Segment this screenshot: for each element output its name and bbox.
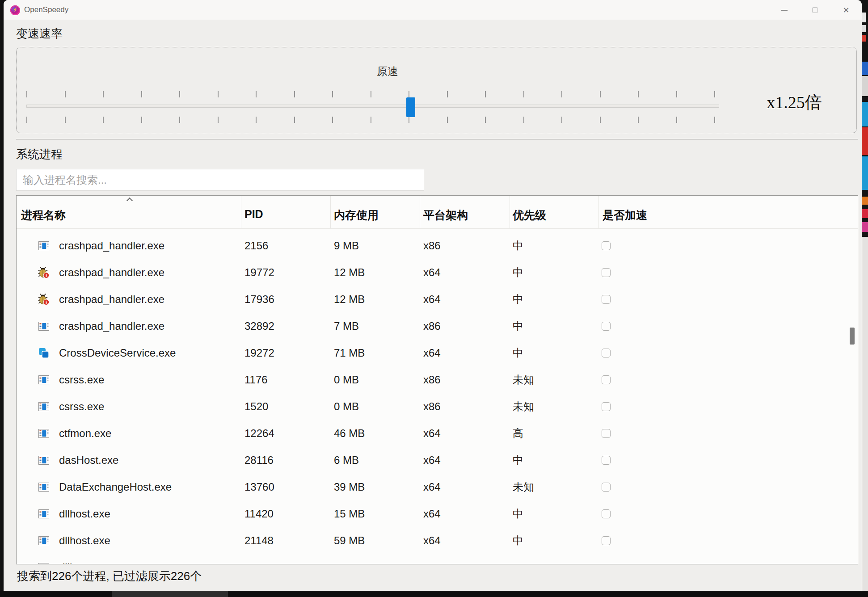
process-memory: 6 MB bbox=[334, 447, 359, 474]
slider-tick bbox=[561, 117, 562, 123]
process-pid: 1520 bbox=[244, 393, 268, 420]
process-memory: 12 MB bbox=[334, 286, 365, 313]
slider-tick bbox=[294, 91, 295, 97]
accelerate-checkbox[interactable] bbox=[602, 375, 611, 384]
section-divider bbox=[16, 139, 858, 139]
process-priority: 中 bbox=[513, 286, 523, 313]
process-name: crashpad_handler.exe bbox=[59, 232, 164, 259]
status-text: 搜索到226个进程, 已过滤展示226个 bbox=[17, 568, 202, 584]
minimize-button[interactable] bbox=[772, 0, 797, 20]
maximize-button[interactable] bbox=[802, 0, 827, 20]
desktop-background-left bbox=[0, 0, 4, 597]
process-arch: x64 bbox=[423, 340, 441, 366]
bug-error-icon bbox=[38, 293, 50, 306]
table-row[interactable]: csrss.exe15200 MBx86未知 bbox=[17, 393, 858, 420]
close-button[interactable]: ✕ bbox=[834, 0, 859, 20]
accelerate-checkbox[interactable] bbox=[602, 509, 611, 518]
column-header-mem[interactable]: 内存使用 bbox=[334, 208, 379, 223]
app-window-icon bbox=[38, 427, 50, 440]
app-window-icon bbox=[38, 534, 50, 547]
search-input[interactable] bbox=[16, 169, 424, 191]
process-table: 进程名称PID内存使用平台架构优先级是否加速 crashpad_handler.… bbox=[16, 195, 858, 564]
process-name: dllhost.exe bbox=[59, 554, 110, 564]
column-header-pid[interactable]: PID bbox=[244, 208, 263, 221]
table-row[interactable]: CrossDeviceService.exe1927271 MBx64中 bbox=[17, 340, 858, 366]
slider-tick bbox=[485, 91, 486, 97]
table-row[interactable]: csrss.exe11760 MBx86未知 bbox=[17, 366, 858, 393]
column-header-name[interactable]: 进程名称 bbox=[21, 208, 66, 223]
accelerate-checkbox[interactable] bbox=[602, 349, 611, 357]
maximize-icon bbox=[812, 7, 818, 13]
column-header-accel[interactable]: 是否加速 bbox=[603, 208, 647, 223]
table-row[interactable]: DataExchangeHost.exe1376039 MBx64未知 bbox=[17, 474, 858, 500]
table-row[interactable]: crashpad_handler.exe328927 MBx86中 bbox=[17, 313, 858, 340]
speed-value-label: x1.25倍 bbox=[727, 91, 861, 114]
process-name: dasHost.exe bbox=[59, 447, 118, 474]
vertical-scrollbar-thumb[interactable] bbox=[850, 328, 855, 345]
process-name: dllhost.exe bbox=[59, 527, 110, 554]
process-priority: 未知 bbox=[513, 393, 534, 420]
process-priority: 中 bbox=[513, 259, 523, 286]
process-pid: 28116 bbox=[244, 447, 274, 474]
process-memory: 59 MB bbox=[334, 527, 365, 554]
accelerate-checkbox[interactable] bbox=[602, 402, 611, 411]
speed-slider-track[interactable] bbox=[26, 105, 719, 108]
process-priority: 高 bbox=[513, 420, 523, 447]
table-row[interactable]: ctfmon.exe1226446 MBx64高 bbox=[17, 420, 858, 447]
slider-tick bbox=[141, 91, 142, 97]
slider-tick bbox=[103, 91, 104, 97]
scroll-up-icon bbox=[126, 198, 133, 204]
slider-tick bbox=[218, 91, 219, 97]
process-priority: 中 bbox=[513, 313, 523, 340]
column-separator bbox=[330, 196, 331, 228]
slider-tick bbox=[179, 91, 180, 97]
process-name: dllhost.exe bbox=[59, 500, 110, 527]
table-rows: crashpad_handler.exe21569 MBx86中 crashpa… bbox=[17, 228, 858, 564]
accelerate-checkbox[interactable] bbox=[602, 241, 611, 250]
accelerate-checkbox[interactable] bbox=[602, 295, 611, 304]
process-memory: 0 MB bbox=[334, 366, 359, 393]
accelerate-checkbox[interactable] bbox=[602, 322, 611, 331]
slider-ticks-top bbox=[26, 91, 724, 97]
slider-tick bbox=[676, 117, 677, 123]
table-row[interactable]: dllhost.exe1142015 MBx64中 bbox=[17, 500, 858, 527]
background-window-sliver bbox=[862, 0, 868, 597]
column-header-arch[interactable]: 平台架构 bbox=[423, 208, 468, 223]
table-row[interactable]: dllhost.exe2114859 MBx64中 bbox=[17, 527, 858, 554]
speed-slider-handle[interactable] bbox=[406, 97, 415, 117]
accelerate-checkbox[interactable] bbox=[602, 536, 611, 545]
accelerate-checkbox[interactable] bbox=[602, 456, 611, 465]
table-row[interactable]: dasHost.exe281166 MBx64中 bbox=[17, 447, 858, 474]
table-row[interactable]: crashpad_handler.exe1977212 MBx64中 bbox=[17, 259, 858, 286]
table-row[interactable]: dllhost.exe bbox=[17, 554, 858, 564]
process-memory: 0 MB bbox=[334, 393, 359, 420]
process-name: DataExchangeHost.exe bbox=[59, 474, 172, 500]
process-arch: x64 bbox=[423, 259, 441, 286]
accelerate-checkbox[interactable] bbox=[602, 483, 611, 492]
accelerate-checkbox[interactable] bbox=[602, 429, 611, 438]
slider-ticks-bottom bbox=[26, 117, 724, 123]
app-window-icon bbox=[38, 508, 50, 520]
table-row[interactable]: crashpad_handler.exe1793612 MBx64中 bbox=[17, 286, 858, 313]
process-priority: 中 bbox=[513, 232, 523, 259]
process-memory: 12 MB bbox=[334, 259, 365, 286]
cross-device-icon bbox=[38, 347, 50, 359]
process-priority: 中 bbox=[513, 340, 523, 366]
table-row[interactable]: crashpad_handler.exe21569 MBx86中 bbox=[17, 232, 858, 259]
process-memory: 71 MB bbox=[334, 340, 365, 366]
process-arch: x86 bbox=[423, 366, 441, 393]
process-pid: 32892 bbox=[244, 313, 274, 340]
process-arch: x64 bbox=[423, 447, 441, 474]
process-name: csrss.exe bbox=[59, 393, 104, 420]
slider-tick bbox=[332, 117, 333, 123]
app-logo-icon: ⚡ bbox=[10, 5, 20, 15]
accelerate-checkbox[interactable] bbox=[602, 268, 611, 277]
slider-tick bbox=[714, 91, 715, 97]
process-arch: x64 bbox=[423, 474, 441, 500]
speed-section-heading: 变速速率 bbox=[16, 26, 63, 42]
screen: ⚡ OpenSpeedy ✕ 变速速率 原速 x1.25倍 系统进程 进程名称P… bbox=[0, 0, 868, 597]
process-priority: 中 bbox=[513, 500, 523, 527]
column-header-priority[interactable]: 优先级 bbox=[513, 208, 546, 223]
process-pid: 19772 bbox=[244, 259, 274, 286]
app-window-icon bbox=[38, 454, 50, 467]
